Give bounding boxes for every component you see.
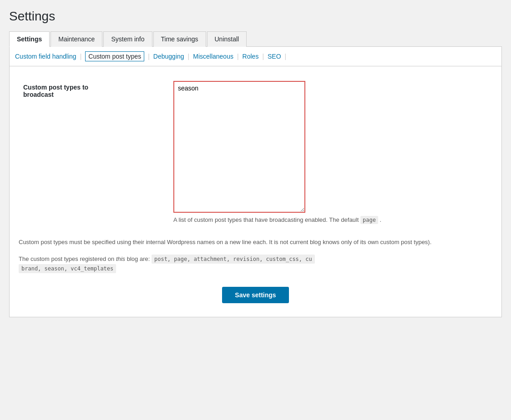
field-label: Custom post types to broadcast xyxy=(19,81,173,98)
tab-system-info[interactable]: System info xyxy=(103,31,152,47)
subnav-custom-post-types[interactable]: Custom post types xyxy=(85,51,144,61)
main-tabs: Settings Maintenance System info Time sa… xyxy=(9,31,502,47)
registered-types-line1: post, page, attachment, revision, custom… xyxy=(152,255,315,264)
field-description: A list of custom post types that have br… xyxy=(173,216,492,223)
subnav-custom-field-handling[interactable]: Custom field handling xyxy=(15,53,76,60)
field-row-custom-post-types: Custom post types to broadcast season A … xyxy=(19,75,492,229)
subnav-debugging[interactable]: Debugging xyxy=(153,53,184,60)
field-control: season A list of custom post types that … xyxy=(173,81,492,223)
sep4: | xyxy=(237,53,239,60)
tab-settings[interactable]: Settings xyxy=(9,31,50,47)
subnav-seo[interactable]: SEO xyxy=(268,53,281,60)
description-code: page xyxy=(360,216,378,224)
sep5: | xyxy=(262,53,264,60)
textarea-container: season xyxy=(173,81,492,213)
info-block-1: Custom post types must be specified usin… xyxy=(19,238,492,247)
content-area: Custom post types to broadcast season A … xyxy=(9,66,502,317)
save-settings-button[interactable]: Save settings xyxy=(222,287,288,303)
page-wrapper: Settings Settings Maintenance System inf… xyxy=(0,0,511,420)
tab-time-savings[interactable]: Time savings xyxy=(153,31,206,47)
sep6: | xyxy=(285,53,287,60)
save-btn-row: Save settings xyxy=(19,287,492,303)
info-block-2: The custom post types registered on this… xyxy=(19,255,492,274)
tab-maintenance[interactable]: Maintenance xyxy=(51,31,102,47)
sep3: | xyxy=(188,53,190,60)
sub-nav: Custom field handling | Custom post type… xyxy=(9,47,502,66)
registered-types-line2: brand, season, vc4_templates xyxy=(19,264,116,273)
subnav-roles[interactable]: Roles xyxy=(243,53,259,60)
page-title: Settings xyxy=(9,9,502,24)
tab-uninstall[interactable]: Uninstall xyxy=(207,31,247,47)
custom-post-types-textarea[interactable]: season xyxy=(173,81,305,213)
sep2: | xyxy=(148,53,150,60)
subnav-miscellaneous[interactable]: Miscellaneous xyxy=(193,53,233,60)
sep1: | xyxy=(80,53,82,60)
